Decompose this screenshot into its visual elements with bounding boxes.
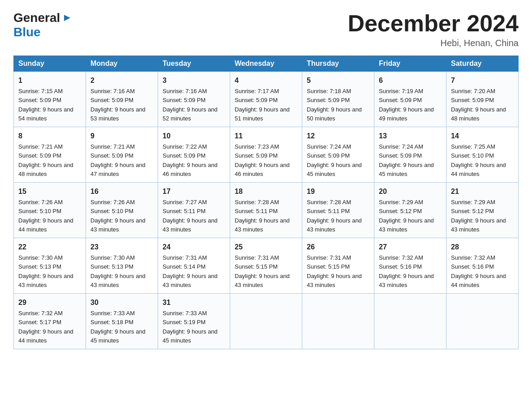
day-daylight: Daylight: 9 hours and 53 minutes — [90, 106, 146, 122]
day-sunset: Sunset: 5:19 PM — [163, 319, 206, 325]
day-sunrise: Sunrise: 7:24 AM — [307, 143, 351, 150]
day-sunrise: Sunrise: 7:21 AM — [90, 143, 135, 150]
day-number: 27 — [379, 242, 442, 253]
calendar-day-cell: 5 Sunrise: 7:18 AM Sunset: 5:09 PM Dayli… — [302, 72, 374, 127]
day-number: 8 — [18, 131, 81, 141]
calendar-day-cell: 8 Sunrise: 7:21 AM Sunset: 5:09 PM Dayli… — [14, 127, 86, 183]
day-daylight: Daylight: 9 hours and 54 minutes — [18, 106, 73, 122]
day-sunrise: Sunrise: 7:20 AM — [451, 88, 495, 94]
calendar-day-cell: 10 Sunrise: 7:22 AM Sunset: 5:09 PM Dayl… — [158, 127, 230, 183]
day-sunrise: Sunrise: 7:25 AM — [451, 143, 495, 150]
day-number: 29 — [18, 297, 81, 308]
calendar-day-cell: 23 Sunrise: 7:30 AM Sunset: 5:13 PM Dayl… — [86, 238, 158, 294]
day-daylight: Daylight: 9 hours and 46 minutes — [235, 162, 290, 177]
day-number: 19 — [307, 186, 369, 197]
calendar-day-cell — [374, 294, 446, 349]
day-sunrise: Sunrise: 7:33 AM — [163, 310, 207, 317]
day-sunrise: Sunrise: 7:30 AM — [18, 254, 63, 261]
day-number: 20 — [379, 186, 442, 197]
day-number: 21 — [451, 186, 514, 197]
day-number: 3 — [163, 75, 225, 86]
day-sunrise: Sunrise: 7:32 AM — [451, 254, 495, 261]
day-sunset: Sunset: 5:14 PM — [163, 263, 206, 270]
day-sunset: Sunset: 5:11 PM — [235, 208, 278, 214]
day-daylight: Daylight: 9 hours and 51 minutes — [235, 106, 290, 122]
calendar-day-cell: 29 Sunrise: 7:32 AM Sunset: 5:17 PM Dayl… — [14, 294, 86, 349]
calendar-day-cell: 21 Sunrise: 7:29 AM Sunset: 5:12 PM Dayl… — [446, 183, 519, 238]
calendar-day-cell: 30 Sunrise: 7:33 AM Sunset: 5:18 PM Dayl… — [86, 294, 158, 349]
day-sunset: Sunset: 5:09 PM — [379, 152, 422, 159]
day-daylight: Daylight: 9 hours and 43 minutes — [163, 273, 218, 288]
weekday-header-saturday: Saturday — [446, 56, 519, 72]
day-sunset: Sunset: 5:09 PM — [235, 152, 278, 159]
day-sunrise: Sunrise: 7:16 AM — [90, 88, 135, 94]
calendar-day-cell: 17 Sunrise: 7:27 AM Sunset: 5:11 PM Dayl… — [158, 183, 230, 238]
calendar-week-row: 22 Sunrise: 7:30 AM Sunset: 5:13 PM Dayl… — [14, 238, 519, 294]
page-header: General Blue December 2024 Hebi, Henan, … — [13, 11, 519, 48]
calendar-day-cell: 4 Sunrise: 7:17 AM Sunset: 5:09 PM Dayli… — [230, 72, 302, 127]
day-sunrise: Sunrise: 7:29 AM — [379, 199, 423, 206]
day-daylight: Daylight: 9 hours and 49 minutes — [379, 106, 434, 122]
logo-general-text: General — [13, 11, 60, 25]
day-daylight: Daylight: 9 hours and 44 minutes — [451, 162, 506, 177]
day-sunrise: Sunrise: 7:21 AM — [18, 143, 63, 150]
day-daylight: Daylight: 9 hours and 45 minutes — [90, 328, 146, 344]
day-daylight: Daylight: 9 hours and 45 minutes — [307, 162, 362, 177]
calendar-day-cell: 12 Sunrise: 7:24 AM Sunset: 5:09 PM Dayl… — [302, 127, 374, 183]
logo-arrow-icon — [61, 13, 72, 23]
day-number: 1 — [18, 75, 81, 86]
weekday-header-friday: Friday — [374, 56, 446, 72]
day-number: 16 — [90, 186, 153, 197]
location-title: Hebi, Henan, China — [348, 38, 519, 48]
day-sunrise: Sunrise: 7:27 AM — [163, 199, 207, 206]
calendar-day-cell: 9 Sunrise: 7:21 AM Sunset: 5:09 PM Dayli… — [86, 127, 158, 183]
day-sunset: Sunset: 5:09 PM — [18, 97, 61, 103]
day-daylight: Daylight: 9 hours and 43 minutes — [90, 273, 146, 288]
day-sunrise: Sunrise: 7:24 AM — [379, 143, 423, 150]
day-sunset: Sunset: 5:09 PM — [90, 152, 133, 159]
day-sunrise: Sunrise: 7:29 AM — [451, 199, 495, 206]
day-sunrise: Sunrise: 7:32 AM — [18, 310, 63, 317]
calendar-day-cell: 1 Sunrise: 7:15 AM Sunset: 5:09 PM Dayli… — [14, 72, 86, 127]
day-sunset: Sunset: 5:11 PM — [163, 208, 206, 214]
day-daylight: Daylight: 9 hours and 44 minutes — [451, 273, 506, 288]
day-sunset: Sunset: 5:09 PM — [18, 152, 61, 159]
day-sunset: Sunset: 5:10 PM — [451, 152, 494, 159]
day-sunrise: Sunrise: 7:28 AM — [307, 199, 351, 206]
day-daylight: Daylight: 9 hours and 43 minutes — [163, 217, 218, 233]
day-number: 2 — [90, 75, 153, 86]
weekday-header-row: SundayMondayTuesdayWednesdayThursdayFrid… — [14, 56, 519, 72]
day-sunset: Sunset: 5:09 PM — [163, 152, 206, 159]
day-daylight: Daylight: 9 hours and 46 minutes — [163, 162, 218, 177]
day-daylight: Daylight: 9 hours and 48 minutes — [451, 106, 506, 122]
day-sunset: Sunset: 5:13 PM — [18, 263, 61, 270]
day-sunrise: Sunrise: 7:31 AM — [235, 254, 279, 261]
day-number: 11 — [235, 131, 297, 141]
day-daylight: Daylight: 9 hours and 43 minutes — [451, 217, 506, 233]
day-sunset: Sunset: 5:09 PM — [379, 97, 422, 103]
day-sunrise: Sunrise: 7:28 AM — [235, 199, 279, 206]
calendar-day-cell: 24 Sunrise: 7:31 AM Sunset: 5:14 PM Dayl… — [158, 238, 230, 294]
day-daylight: Daylight: 9 hours and 50 minutes — [307, 106, 362, 122]
calendar-day-cell: 7 Sunrise: 7:20 AM Sunset: 5:09 PM Dayli… — [446, 72, 519, 127]
day-number: 15 — [18, 186, 81, 197]
day-number: 7 — [451, 75, 514, 86]
day-sunset: Sunset: 5:10 PM — [18, 208, 61, 214]
calendar-day-cell: 13 Sunrise: 7:24 AM Sunset: 5:09 PM Dayl… — [374, 127, 446, 183]
calendar-day-cell: 27 Sunrise: 7:32 AM Sunset: 5:16 PM Dayl… — [374, 238, 446, 294]
day-sunset: Sunset: 5:09 PM — [163, 97, 206, 103]
day-daylight: Daylight: 9 hours and 47 minutes — [90, 162, 146, 177]
calendar-day-cell — [230, 294, 302, 349]
day-sunset: Sunset: 5:12 PM — [379, 208, 422, 214]
day-sunset: Sunset: 5:09 PM — [307, 97, 350, 103]
day-number: 5 — [307, 75, 369, 86]
day-sunrise: Sunrise: 7:22 AM — [163, 143, 207, 150]
day-number: 25 — [235, 242, 297, 253]
weekday-header-tuesday: Tuesday — [158, 56, 230, 72]
weekday-header-sunday: Sunday — [14, 56, 86, 72]
day-daylight: Daylight: 9 hours and 44 minutes — [18, 328, 73, 344]
day-sunset: Sunset: 5:12 PM — [451, 208, 494, 214]
calendar-week-row: 1 Sunrise: 7:15 AM Sunset: 5:09 PM Dayli… — [14, 72, 519, 127]
day-sunset: Sunset: 5:13 PM — [90, 263, 133, 270]
day-sunrise: Sunrise: 7:16 AM — [163, 88, 207, 94]
